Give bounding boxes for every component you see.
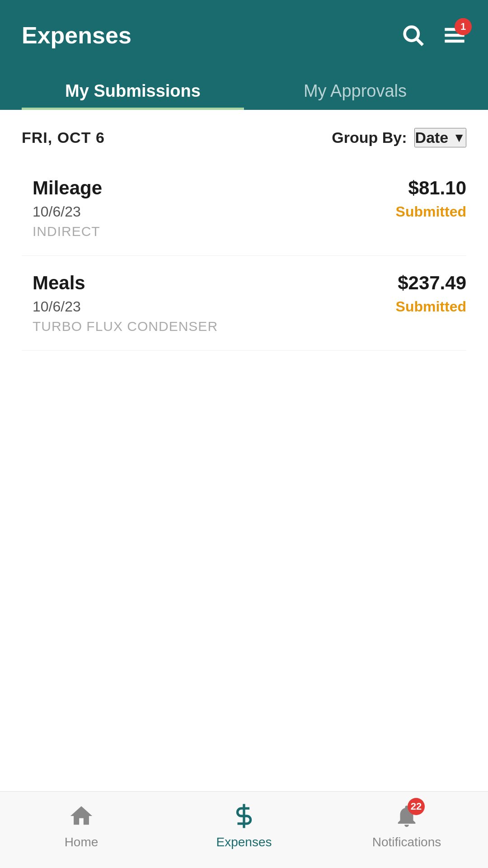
bell-icon: 22 <box>392 802 421 830</box>
tab-my-submissions[interactable]: My Submissions <box>22 69 244 110</box>
app-header: Expenses 1 My Submissions <box>0 0 488 110</box>
bottom-navigation: Home Expenses 22 Notifications <box>0 791 488 868</box>
expense-item-meals[interactable]: Meals $237.49 10/6/23 Submitted TURBO FL… <box>22 256 466 351</box>
nav-expenses[interactable]: Expenses <box>163 802 325 849</box>
search-icon <box>401 24 425 47</box>
home-icon <box>67 802 96 830</box>
app-title: Expenses <box>22 22 131 49</box>
content-area: FRI, OCT 6 Group By: Date ▼ Mileage $81.… <box>0 110 488 791</box>
nav-home-label: Home <box>65 835 99 849</box>
group-header: FRI, OCT 6 Group By: Date ▼ <box>22 110 466 161</box>
expense-category: TURBO FLUX CONDENSER <box>33 319 218 334</box>
nav-home[interactable]: Home <box>0 802 163 849</box>
group-date: FRI, OCT 6 <box>22 129 105 146</box>
expense-name: Mileage <box>33 177 102 199</box>
expense-amount: $81.10 <box>408 177 466 199</box>
expense-name: Meals <box>33 272 85 294</box>
menu-button[interactable]: 1 <box>443 24 466 47</box>
expense-status: Submitted <box>396 298 466 315</box>
group-by-dropdown[interactable]: Date ▼ <box>414 128 466 147</box>
nav-notifications[interactable]: 22 Notifications <box>325 802 488 849</box>
expense-date: 10/6/23 <box>33 203 81 220</box>
group-by-label: Group By: <box>332 129 407 146</box>
expense-date: 10/6/23 <box>33 298 81 315</box>
expense-amount: $237.49 <box>398 272 466 294</box>
expense-item-mileage[interactable]: Mileage $81.10 10/6/23 Submitted INDIREC… <box>22 161 466 256</box>
tab-my-approvals[interactable]: My Approvals <box>244 69 466 110</box>
dollar-icon <box>230 802 258 830</box>
group-by-value-text: Date <box>415 129 449 146</box>
menu-badge: 1 <box>455 18 472 35</box>
tabs-container: My Submissions My Approvals <box>22 69 466 110</box>
nav-expenses-label: Expenses <box>216 835 272 849</box>
expense-status: Submitted <box>396 203 466 220</box>
notifications-badge: 22 <box>408 798 425 815</box>
group-by-container: Group By: Date ▼ <box>332 128 466 147</box>
svg-point-0 <box>405 27 418 41</box>
nav-notifications-label: Notifications <box>372 835 441 849</box>
search-button[interactable] <box>401 24 425 47</box>
svg-line-1 <box>417 39 423 45</box>
header-icons: 1 <box>401 24 466 47</box>
chevron-down-icon: ▼ <box>453 131 465 145</box>
expense-category: INDIRECT <box>33 224 100 239</box>
